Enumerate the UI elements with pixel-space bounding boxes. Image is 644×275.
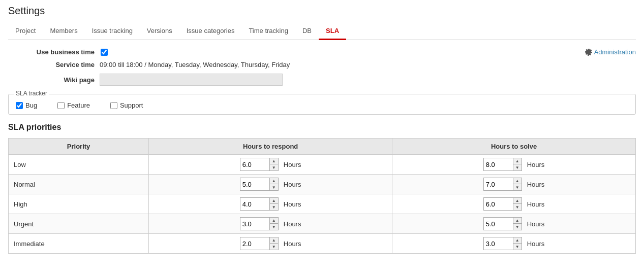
priority-label-cell: Normal: [9, 175, 149, 194]
hours-respond-cell: ▲ ▼ Hours: [149, 155, 392, 175]
sla-tracker-section: SLA tracker Bug Feature Support: [8, 94, 636, 115]
tracker-feature-checkbox[interactable]: [57, 102, 65, 109]
hours-respond-cell: ▲ ▼ Hours: [149, 175, 392, 194]
service-time-value: 09:00 till 18:00 / Monday, Tuesday, Wedn…: [100, 61, 290, 68]
priority-label-cell: Immediate: [9, 234, 149, 254]
respond-spin-down[interactable]: ▼: [270, 224, 278, 230]
use-business-time-row: Use business time: [8, 48, 636, 56]
hours-respond-cell: ▲ ▼ Hours: [149, 214, 392, 234]
solve-spin-up[interactable]: ▲: [513, 237, 522, 244]
col-hours-solve: Hours to solve: [392, 139, 636, 155]
solve-spin-up[interactable]: ▲: [513, 158, 522, 164]
solve-input-wrap: ▲ ▼: [483, 178, 522, 191]
tracker-option-support[interactable]: Support: [110, 101, 143, 109]
tracker-option-bug[interactable]: Bug: [16, 101, 37, 109]
respond-spin-down[interactable]: ▼: [270, 204, 278, 210]
administration-link[interactable]: Administration: [585, 48, 636, 56]
solve-hours-label: Hours: [527, 200, 545, 208]
solve-input[interactable]: [484, 218, 513, 230]
priority-label-cell: Urgent: [9, 214, 149, 234]
respond-spin-down[interactable]: ▼: [270, 164, 278, 170]
tab-project[interactable]: Project: [8, 23, 43, 40]
wiki-page-label: Wiki page: [8, 76, 100, 84]
solve-hours-label: Hours: [527, 161, 545, 168]
solve-hours-label: Hours: [527, 220, 545, 228]
respond-input-wrap: ▲ ▼: [240, 237, 279, 250]
tracker-option-feature[interactable]: Feature: [57, 101, 90, 109]
respond-spin-up[interactable]: ▲: [270, 178, 278, 184]
hours-solve-cell: ▲ ▼ Hours: [392, 234, 636, 254]
priorities-table: Priority Hours to respond Hours to solve…: [8, 138, 636, 254]
solve-input-wrap: ▲ ▼: [483, 217, 522, 230]
respond-input[interactable]: [240, 237, 270, 250]
tab-sla[interactable]: SLA: [319, 23, 346, 40]
service-time-row: Service time 09:00 till 18:00 / Monday, …: [8, 61, 636, 68]
wiki-page-row: Wiki page: [8, 74, 636, 86]
priority-label-cell: High: [9, 194, 149, 214]
respond-spin-down[interactable]: ▼: [270, 244, 278, 250]
respond-spin-down[interactable]: ▼: [270, 184, 278, 190]
sla-priorities-heading: SLA priorities: [8, 123, 636, 132]
col-hours-respond: Hours to respond: [149, 139, 392, 155]
wiki-page-input[interactable]: [100, 74, 283, 86]
respond-hours-label: Hours: [284, 220, 301, 228]
tracker-feature-label: Feature: [67, 101, 90, 109]
respond-input[interactable]: [240, 158, 270, 170]
solve-spin-down[interactable]: ▼: [513, 184, 522, 190]
respond-hours-label: Hours: [284, 240, 301, 248]
page-title: Settings: [8, 5, 636, 17]
use-business-time-label: Use business time: [8, 48, 100, 56]
solve-spin-down[interactable]: ▼: [513, 204, 522, 210]
solve-spin-up[interactable]: ▲: [513, 218, 522, 224]
gear-icon: [585, 49, 592, 56]
hours-solve-cell: ▲ ▼ Hours: [392, 214, 636, 234]
solve-spin-up[interactable]: ▲: [513, 198, 522, 204]
tab-issue-categories[interactable]: Issue categories: [179, 23, 242, 40]
table-row: Urgent ▲ ▼ Hours ▲ ▼: [9, 214, 636, 234]
hours-solve-cell: ▲ ▼ Hours: [392, 175, 636, 194]
table-row: Immediate ▲ ▼ Hours ▲ ▼: [9, 234, 636, 254]
col-priority: Priority: [9, 139, 149, 155]
solve-spin-down[interactable]: ▼: [513, 164, 522, 170]
respond-input[interactable]: [240, 178, 270, 190]
table-row: Normal ▲ ▼ Hours ▲ ▼: [9, 175, 636, 194]
tracker-support-checkbox[interactable]: [110, 102, 117, 109]
respond-spin-up[interactable]: ▲: [270, 158, 278, 164]
hours-solve-cell: ▲ ▼ Hours: [392, 194, 636, 214]
tab-versions[interactable]: Versions: [140, 23, 179, 40]
use-business-time-checkbox[interactable]: [101, 49, 108, 56]
priority-label-cell: Low: [9, 155, 149, 175]
solve-input-wrap: ▲ ▼: [483, 197, 522, 211]
respond-spin-up[interactable]: ▲: [270, 218, 278, 224]
tab-issue-tracking[interactable]: Issue tracking: [85, 23, 140, 40]
tracker-options: Bug Feature Support: [16, 99, 628, 109]
tracker-bug-checkbox[interactable]: [16, 102, 23, 109]
solve-spin-down[interactable]: ▼: [513, 224, 522, 230]
solve-input[interactable]: [484, 158, 513, 170]
sla-tracker-legend: SLA tracker: [14, 90, 49, 97]
tab-db[interactable]: DB: [295, 23, 319, 40]
solve-hours-label: Hours: [527, 181, 545, 188]
solve-input-wrap: ▲ ▼: [483, 158, 522, 171]
tabs-nav: Project Members Issue tracking Versions …: [8, 23, 636, 40]
solve-input[interactable]: [484, 237, 513, 250]
solve-input[interactable]: [484, 198, 513, 210]
administration-label: Administration: [594, 48, 636, 56]
solve-spin-down[interactable]: ▼: [513, 244, 522, 250]
respond-spin-up[interactable]: ▲: [270, 198, 278, 204]
hours-respond-cell: ▲ ▼ Hours: [149, 234, 392, 254]
solve-input[interactable]: [484, 178, 513, 190]
hours-respond-cell: ▲ ▼ Hours: [149, 194, 392, 214]
tab-time-tracking[interactable]: Time tracking: [241, 23, 295, 40]
respond-input[interactable]: [240, 198, 270, 210]
hours-solve-cell: ▲ ▼ Hours: [392, 155, 636, 175]
tracker-bug-label: Bug: [25, 101, 37, 109]
tab-members[interactable]: Members: [43, 23, 84, 40]
respond-spin-up[interactable]: ▲: [270, 237, 278, 244]
respond-hours-label: Hours: [284, 161, 301, 168]
table-row: Low ▲ ▼ Hours ▲ ▼: [9, 155, 636, 175]
respond-input[interactable]: [240, 218, 270, 230]
solve-hours-label: Hours: [527, 240, 545, 248]
respond-input-wrap: ▲ ▼: [240, 217, 279, 230]
solve-spin-up[interactable]: ▲: [513, 178, 522, 184]
